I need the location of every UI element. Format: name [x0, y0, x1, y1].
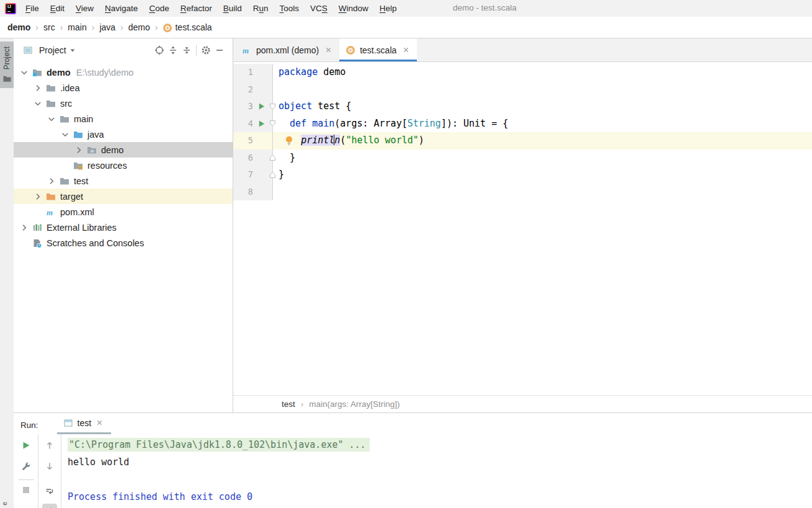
tree-row-demo[interactable]: demo [14, 142, 233, 158]
breadcrumb-separator: › [301, 399, 304, 409]
menu-item-file[interactable]: File [20, 4, 45, 13]
code-line-text[interactable]: println("hello world") [277, 132, 812, 149]
chevron-right-icon[interactable] [19, 223, 30, 233]
tree-row-scratches-and-consoles[interactable]: Scratches and Consoles [14, 235, 233, 251]
menu-item-navigate[interactable]: Navigate [99, 4, 143, 13]
editor-breadcrumb-item-main-args-array-string[interactable]: main(args: Array[String]) [309, 399, 399, 409]
toolwindow-tab-project-label: Project [2, 47, 11, 69]
editor-tab-test-scala[interactable]: test.scala [339, 38, 417, 61]
folder-icon [2, 74, 12, 83]
code-token: def [290, 118, 306, 129]
menu-item-view[interactable]: View [70, 4, 99, 13]
breadcrumb-separator: › [35, 22, 38, 32]
close-icon[interactable] [96, 419, 104, 427]
code-line-text[interactable]: } [277, 149, 812, 167]
editor-breadcrumb-item-test[interactable]: test [282, 399, 295, 409]
code-line-text[interactable]: object test { [277, 98, 812, 115]
scroll-to-end-button[interactable] [42, 504, 57, 508]
collapse-all-button[interactable] [180, 43, 194, 57]
soft-wrap-button[interactable] [42, 484, 57, 499]
tree-row-pom-xml[interactable]: mpom.xml [14, 204, 233, 220]
tree-row-src[interactable]: src [14, 96, 233, 111]
breadcrumb-item-demo[interactable]: demo [128, 22, 150, 32]
tree-row-test[interactable]: test [14, 173, 233, 189]
code-token: "hello world" [346, 135, 418, 146]
run-line-icon[interactable] [254, 115, 268, 133]
menu-item-window[interactable]: Window [333, 4, 374, 13]
menu-item-tools[interactable]: Tools [274, 4, 305, 13]
menu-item-refactor[interactable]: Refactor [175, 4, 218, 13]
tree-row-label: Scratches and Consoles [47, 238, 144, 248]
stop-button[interactable] [19, 483, 33, 497]
tree-row-idea[interactable]: .idea [14, 80, 233, 96]
breadcrumb-separator: › [120, 22, 123, 32]
code-area[interactable]: 1package demo23object test {4 def main(a… [233, 62, 812, 395]
chevron-right-icon[interactable] [73, 145, 84, 155]
code-line-text[interactable] [277, 81, 812, 99]
tree-row-target[interactable]: target [14, 189, 233, 204]
chevron-right-icon[interactable] [32, 83, 43, 93]
menu-item-code[interactable]: Code [143, 4, 174, 13]
breadcrumb: demo›src›main›java›demo›test.scala [0, 17, 812, 38]
tree-row-external-libraries[interactable]: External Libraries [14, 220, 233, 235]
breadcrumb-item-src[interactable]: src [43, 22, 55, 32]
code-line-text[interactable]: package demo [277, 64, 812, 81]
toolwindow-tab-project[interactable]: Project [0, 42, 14, 88]
tree-row-demo[interactable]: demoE:\study\demo [14, 65, 233, 80]
menu-item-run[interactable]: Run [248, 4, 274, 13]
up-stack-trace-button[interactable] [42, 438, 57, 453]
fold-open-icon[interactable] [268, 115, 277, 133]
close-icon[interactable] [402, 46, 411, 55]
gutter-marker [254, 132, 268, 149]
run-line-icon[interactable] [254, 98, 268, 115]
toolwindow-tab-partial[interactable]: e [1, 502, 8, 506]
menu-item-help[interactable]: Help [374, 4, 403, 13]
menu-item-build[interactable]: Build [218, 4, 248, 13]
chevron-right-icon[interactable] [46, 176, 57, 186]
menu-item-edit[interactable]: Edit [45, 4, 70, 13]
locate-file-button[interactable] [153, 43, 166, 57]
code-token [306, 118, 312, 129]
breadcrumb-item-java[interactable]: java [99, 22, 115, 32]
chevron-down-icon[interactable] [32, 99, 43, 109]
hide-panel-button[interactable] [213, 43, 226, 57]
chevron-down-icon[interactable] [19, 68, 30, 78]
tree-row-main[interactable]: main [14, 111, 233, 127]
menu-item-vcs[interactable]: VCS [305, 4, 333, 13]
fold-close-icon[interactable] [268, 166, 277, 184]
code-token: } [279, 169, 284, 180]
fold-open-icon[interactable] [268, 98, 277, 115]
excluded-folder-icon [46, 192, 56, 202]
editor-tab-pom-xml-demo[interactable]: mpom.xml (demo) [236, 38, 339, 61]
intention-bulb-icon[interactable] [284, 135, 294, 146]
console-icon [63, 418, 73, 428]
code-line-text[interactable] [277, 184, 812, 201]
breadcrumb-item-main[interactable]: main [68, 22, 86, 32]
down-stack-trace-button[interactable] [42, 459, 57, 474]
source-folder-icon [73, 130, 84, 140]
breadcrumb-item-test-scala[interactable]: test.scala [163, 22, 212, 32]
code-token: test { [312, 100, 351, 112]
rerun-button[interactable] [19, 438, 33, 453]
tree-row-resources[interactable]: resources [14, 158, 233, 173]
code-line-text[interactable]: def main(args: Array[String]): Unit = { [277, 115, 812, 133]
scratches-icon [32, 238, 43, 248]
chevron-right-icon[interactable] [32, 192, 43, 202]
breadcrumb-item-demo[interactable]: demo [7, 22, 30, 32]
expand-all-button[interactable] [166, 43, 180, 57]
chevron-down-icon[interactable] [69, 47, 76, 54]
settings-gear-button[interactable] [199, 43, 213, 57]
chevron-down-icon[interactable] [46, 114, 57, 124]
tree-row-label: main [74, 114, 93, 124]
gutter-marker [254, 64, 268, 81]
fold-close-icon[interactable] [268, 149, 277, 167]
chevron-down-icon[interactable] [60, 130, 71, 140]
run-tab-test[interactable]: test [57, 413, 112, 434]
tree-row-path: E:\study\demo [76, 68, 134, 78]
tree-row-java[interactable]: java [14, 127, 233, 142]
line-number: 4 [233, 115, 254, 133]
project-panel-title[interactable]: Project [39, 45, 66, 55]
close-icon[interactable] [324, 46, 333, 55]
edit-configuration-wrench-button[interactable] [19, 459, 33, 474]
code-line-text[interactable]: } [277, 166, 812, 184]
